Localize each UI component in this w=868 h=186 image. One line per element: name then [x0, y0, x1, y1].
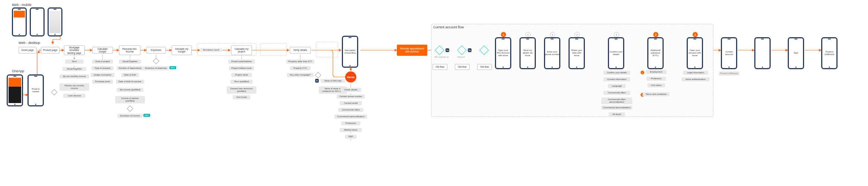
- phone-step7: Open your account with itsme: [687, 37, 703, 69]
- chip-dob-partner: Date of birth for partner: [116, 80, 144, 84]
- chip-kyc: Property KYC: [290, 66, 311, 70]
- chip-comm-offers: Commercial offers: [338, 108, 363, 112]
- decision-prodmarket: [51, 89, 58, 96]
- itsme-icon: itsme: [345, 71, 356, 83]
- chip-partner-inc-pre: Income of partner (prefilled): [115, 96, 145, 103]
- chip-alone2: Alone/Together: [119, 60, 141, 64]
- badge-step3: i: [550, 32, 555, 37]
- chip-net-income: My net monthly income: [59, 74, 89, 78]
- label-web-desktop: Web - desktop: [19, 41, 40, 45]
- chip-alone: Alone/Together: [62, 67, 86, 71]
- phone-sign-label: Sign: [788, 52, 804, 54]
- panel-ca-title: Current account flow: [433, 25, 464, 29]
- phone-step6: Additional questions (KYC): [647, 37, 664, 69]
- flow-canvas: Web - mobile Web - desktop OneApp Produc…: [0, 0, 868, 186]
- chip-contact-info: Contact information: [603, 77, 630, 81]
- tl-cust: ING customer y/n: [434, 56, 449, 58]
- phone-step6-label: Additional questions (KYC): [648, 49, 663, 57]
- chip-ca-comm-offers-pers: Commercial offers personalisation: [601, 97, 632, 104]
- chip-loan-amount: Loan amount: [63, 94, 85, 98]
- chip-tail-pf: Product fulfillment: [719, 71, 739, 76]
- dash-sim-result: [197, 43, 256, 56]
- chip-ing-value: Value of ING loan: [321, 79, 345, 83]
- phone-onboarding-label: Decoupled onboarding: [342, 49, 358, 54]
- badge-yes-1: Yes: [446, 48, 449, 52]
- chip-postal: Postal code/Address: [228, 60, 255, 64]
- phone-web-mobile-3: [48, 7, 62, 36]
- phone-step7-label: Open your account with itsme: [687, 49, 703, 57]
- phone-step5: Confirm your details: [608, 37, 624, 69]
- chip-my-inc-pre: My income (prefilled): [117, 88, 143, 92]
- chip-proj-value: Project value: [231, 73, 252, 77]
- phone-step1: Open your ING Account with itsme: [495, 37, 511, 69]
- chip-dependants: Number of dependants: [117, 66, 143, 70]
- dash-verify-right: [316, 42, 338, 57]
- label-oneapp: OneApp: [12, 69, 24, 73]
- phone-pf2-label: Product fulfillment: [822, 51, 837, 56]
- phone-step1-label: Open your ING Account with itsme: [495, 49, 511, 57]
- tl-itsme: Itsme y/n: [457, 56, 465, 58]
- chip-dob: Date of birth: [121, 73, 139, 77]
- phone-step3: Enter your phone number: [544, 37, 560, 69]
- chip-loan-pre: Desired loan ammount (prefilled): [227, 86, 256, 94]
- chip-ca-profession: Profession: [647, 77, 666, 81]
- phone-step2-label: Send my details via itsme: [520, 49, 535, 57]
- node-old-flow-1: Old flow: [433, 64, 447, 70]
- chip-tc: Terms and conditions: [643, 92, 670, 96]
- phone-tail-ca: Current account: [721, 37, 737, 69]
- chip-purchase-price: Purchase price: [92, 80, 113, 84]
- chip-term: Term: [65, 60, 84, 64]
- phone-step4-label: Share your data with itsme: [569, 49, 584, 57]
- decision-other-mort: [315, 72, 321, 78]
- decision-expenses: [153, 58, 159, 64]
- chip-pep: PEP: [345, 135, 357, 139]
- node-old-flow-3: Old flow: [477, 64, 492, 70]
- phone-oneapp-1: [7, 74, 23, 106]
- chip-legal: Legal information: [683, 71, 708, 75]
- chip-marital: Marital status: [340, 128, 362, 132]
- phone-step3-label: Enter your phone number: [544, 51, 560, 56]
- phone-web-mobile-2: [30, 7, 45, 36]
- phone-sign: Sign: [788, 37, 804, 69]
- chip-proj-cost: Project‑related costs: [229, 66, 254, 70]
- node-verify: Verify details: [290, 47, 311, 54]
- node-appointment: Remote appointment with Advisor: [397, 45, 427, 56]
- label-web-mobile: Web - mobile: [12, 3, 32, 7]
- chip-eval-income: Evolution of income: [117, 114, 143, 118]
- chip-contain-phone: Contain phone number: [337, 94, 365, 99]
- chip-language: Language: [608, 84, 626, 88]
- badge-yes-2: Yes: [468, 48, 472, 52]
- phone-web-mobile-1: [12, 7, 27, 36]
- chip-contact-email: Contact email: [340, 101, 362, 105]
- phone-product-market: Product market: [27, 74, 44, 106]
- chip-all-done: All done!: [609, 112, 625, 116]
- badge-step2: i: [525, 32, 531, 37]
- phone-step5-label: Confirm your details: [608, 51, 624, 56]
- node-simulate: Simulate my budget: [172, 45, 192, 55]
- node-home: Home page: [19, 47, 36, 54]
- badge-step4: i: [574, 32, 580, 37]
- node-personal-info: Personal info: income: [119, 45, 140, 55]
- chip-auth: Itsme authentication: [681, 77, 710, 81]
- node-expenses: Expenses: [146, 47, 166, 54]
- num-kyc-1: 1: [641, 71, 644, 74]
- node-calc-budget: Calculate budget: [92, 47, 113, 54]
- tag-new-2: NEW: [169, 66, 176, 69]
- chip-eval-exp: Evolution of expenses: [143, 66, 169, 70]
- chip-check: Check details: [340, 88, 361, 92]
- chip-usage-prop: Usage of property: [91, 73, 114, 77]
- phone-step2: Send my details via itsme: [519, 37, 536, 69]
- itsme-label: itsme: [347, 76, 355, 79]
- chip-type-prop: Type of property: [91, 66, 114, 70]
- phone-tail-ca-label: Current account: [721, 51, 737, 56]
- decision-income: [127, 106, 133, 112]
- chip-comm-pers: Commercial personalisation: [334, 115, 367, 119]
- phone-pf2: Product fulfillment: [821, 37, 838, 69]
- badge-step7: 2: [693, 32, 698, 37]
- phone-product-market-label: Product market: [28, 88, 43, 93]
- badge-step5: i: [614, 32, 619, 37]
- chip-term-pre: Term (prefilled): [230, 80, 253, 84]
- chip-employment: Employment: [646, 70, 667, 74]
- badge-step6: 2: [653, 32, 658, 37]
- badge-step1: 1: [501, 32, 506, 37]
